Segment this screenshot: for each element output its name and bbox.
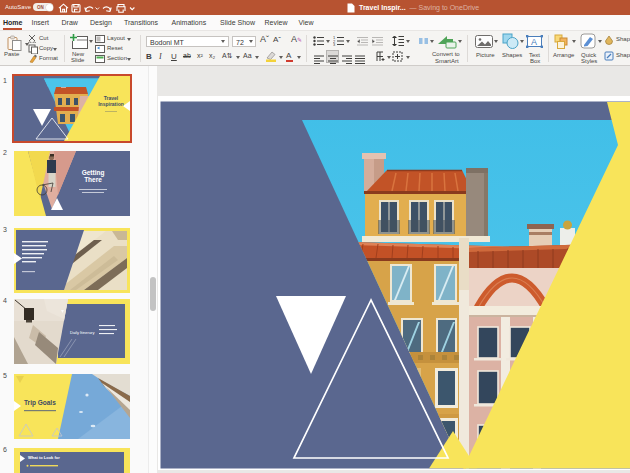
svg-text:A: A: [531, 37, 537, 47]
svg-text:There: There: [84, 176, 102, 183]
svg-text:3: 3: [333, 42, 336, 46]
svg-text:Trip Goals: Trip Goals: [24, 399, 56, 407]
svg-text:Daily Itinerary: Daily Itinerary: [70, 330, 94, 335]
svg-text:Inspiration: Inspiration: [98, 101, 124, 107]
svg-text:What to Look for: What to Look for: [28, 455, 60, 460]
